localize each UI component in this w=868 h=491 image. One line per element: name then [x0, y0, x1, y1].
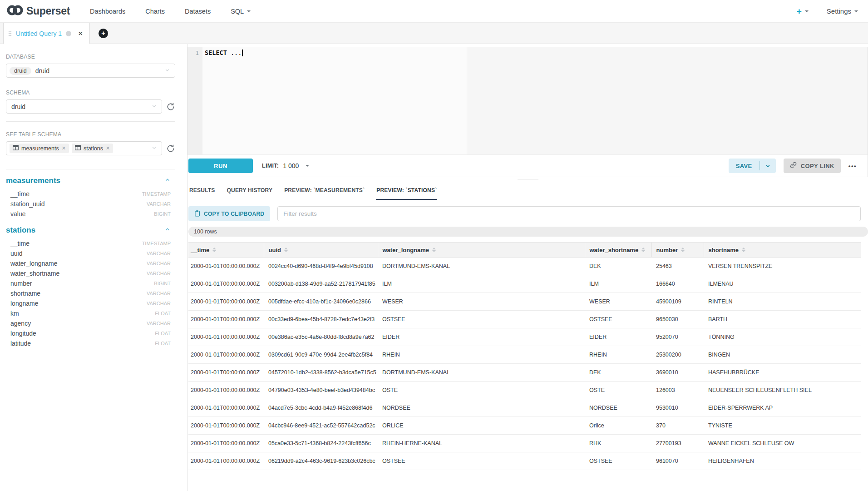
table-cell: 9530010 — [651, 399, 704, 417]
column-name: __time — [10, 240, 30, 247]
sort-icon[interactable] — [681, 248, 685, 252]
nav-item-sql[interactable]: SQL — [231, 8, 251, 15]
column-type: BIGINT — [154, 211, 171, 217]
chevron-up-icon[interactable] — [164, 226, 171, 234]
limit-label: LIMIT: — [262, 163, 279, 169]
drag-grip-icon[interactable] — [8, 31, 12, 36]
table-cell: 9650030 — [651, 311, 704, 328]
save-query-button[interactable]: SAVE — [729, 159, 776, 173]
results-tab-preview-measurements[interactable]: PREVIEW: `MEASUREMENTS` — [284, 184, 365, 200]
table-select[interactable]: measurements✕stations✕ — [6, 141, 162, 155]
sql-code-editor[interactable]: 1 SELECT ... — [187, 47, 868, 154]
table-cell: DEK — [585, 364, 651, 382]
new-item-menu[interactable]: + — [797, 7, 809, 15]
grid-header-label: number — [656, 247, 678, 253]
table-cell: 04790e03-4353-4e80-beef-b3ed439484bc — [264, 382, 378, 399]
sql-code-line[interactable]: SELECT ... — [202, 47, 868, 154]
results-tab-query-history[interactable]: QUERY HISTORY — [227, 184, 273, 200]
column-type: BIGINT — [154, 281, 171, 286]
table-cell: ILM — [378, 275, 585, 293]
grid-header-time[interactable]: __time — [188, 243, 264, 258]
grid-header-water-shortname[interactable]: water_shortname — [585, 243, 651, 258]
sql-editor-pane: 1 SELECT ... RUN LIMIT: 1 000 SAVE — [187, 44, 868, 491]
superset-sql-lab: Superset DashboardsChartsDatasetsSQL + S… — [0, 0, 868, 491]
table-cell: 2000-01-01T00:00:00.000Z — [188, 417, 264, 435]
table-cell: 45900109 — [651, 293, 704, 311]
sort-icon[interactable] — [742, 248, 745, 252]
text-cursor — [242, 50, 243, 56]
column-name: shortname — [10, 290, 40, 297]
table-tag-measurements[interactable]: measurements✕ — [10, 144, 69, 153]
save-options-chevron[interactable] — [760, 159, 776, 173]
nav-menu: DashboardsChartsDatasetsSQL — [90, 8, 251, 15]
copy-to-clipboard-button[interactable]: COPY TO CLIPBOARD — [188, 206, 270, 221]
table-cell: 370 — [651, 417, 704, 435]
table-cell: TÖNNING — [704, 328, 861, 346]
filter-results-input[interactable] — [277, 206, 861, 221]
database-value: druid — [35, 67, 49, 74]
table-schema-list: measurements__timeTIMESTAMPstation_uuidV… — [6, 176, 175, 348]
grid-header-water-longname[interactable]: water_longname — [378, 243, 585, 258]
schema-select[interactable]: druid — [6, 99, 162, 114]
table-cell: EIDER — [378, 328, 585, 346]
grid-header-label: uuid — [269, 247, 281, 253]
schema-table-header-measurements[interactable]: measurements — [6, 176, 175, 185]
refresh-schemas-button[interactable] — [166, 102, 175, 111]
grid-header-label: shortname — [709, 247, 739, 253]
limit-dropdown[interactable]: LIMIT: 1 000 — [262, 162, 309, 169]
schema-column-row: uuidVARCHAR — [6, 248, 175, 258]
table-cell: HASEHUBBRÜCKE — [704, 364, 861, 382]
more-actions-button[interactable]: ••• — [848, 163, 857, 169]
column-type: VARCHAR — [147, 291, 171, 296]
refresh-tables-button[interactable] — [166, 144, 175, 153]
nav-item-charts[interactable]: Charts — [145, 8, 165, 15]
grid-header-number[interactable]: number — [651, 243, 704, 258]
remove-table-icon[interactable]: ✕ — [62, 145, 66, 151]
table-cell: 05ca0e33-5c71-4368-b824-2243fcff656c — [264, 435, 378, 452]
column-type: VARCHAR — [147, 321, 171, 326]
sql-rest: ... — [231, 49, 242, 56]
table-cell: OSTSEE — [378, 452, 585, 470]
table-cell: OSTE — [585, 382, 651, 399]
sort-icon[interactable] — [641, 248, 645, 252]
table-icon — [75, 145, 81, 152]
superset-brand[interactable]: Superset — [6, 4, 70, 18]
settings-menu[interactable]: Settings — [827, 7, 858, 15]
remove-table-icon[interactable]: ✕ — [106, 145, 110, 151]
grid-header-shortname[interactable]: shortname — [704, 243, 861, 258]
table-cell: 2000-01-01T00:00:00.000Z — [188, 364, 264, 382]
table-tag-stations[interactable]: stations✕ — [72, 144, 113, 153]
table-row: 2000-01-01T00:00:00.000Z04cbc946-8ee9-45… — [188, 417, 861, 435]
nav-item-datasets[interactable]: Datasets — [185, 8, 211, 15]
results-tab-preview-stations[interactable]: PREVIEW: `STATIONS` — [376, 184, 437, 200]
database-select[interactable]: druid druid — [6, 64, 175, 78]
table-row: 2000-01-01T00:00:00.000Z00e386ac-e35c-4a… — [188, 328, 861, 346]
sort-icon[interactable] — [212, 248, 216, 252]
chevron-up-icon[interactable] — [164, 177, 171, 185]
database-label: DATABASE — [6, 54, 175, 60]
nav-item-dashboards[interactable]: Dashboards — [90, 8, 125, 15]
results-grid-container: __timeuuidwater_longnamewater_shortnamen… — [188, 242, 861, 470]
sort-icon[interactable] — [284, 248, 288, 252]
results-tab-results[interactable]: RESULTS — [189, 184, 216, 200]
close-tab-icon[interactable]: ✕ — [78, 30, 83, 37]
table-cell: 2000-01-01T00:00:00.000Z — [188, 346, 264, 364]
run-query-button[interactable]: RUN — [188, 159, 253, 173]
schema-column-row: __timeTIMESTAMP — [6, 189, 175, 199]
grid-header-uuid[interactable]: uuid — [264, 243, 378, 258]
schema-table-header-stations[interactable]: stations — [6, 226, 175, 235]
column-name: number — [10, 280, 32, 287]
pane-resize-handle[interactable] — [187, 177, 868, 183]
table-cell: 9520070 — [651, 328, 704, 346]
column-type: FLOAT — [155, 341, 171, 346]
add-query-tab-button[interactable]: + — [99, 29, 108, 38]
table-cell: OSTE — [378, 382, 585, 399]
sql-keyword: SELECT — [205, 49, 227, 56]
schema-label: SCHEMA — [6, 89, 175, 96]
brand-name: Superset — [26, 5, 70, 17]
copy-link-button[interactable]: COPY LINK — [784, 159, 841, 173]
sort-icon[interactable] — [432, 248, 436, 252]
query-tab-active[interactable]: Untitled Query 1 ✕ — [3, 23, 90, 44]
chevron-down-icon — [151, 103, 157, 111]
table-cell: BINGEN — [704, 346, 861, 364]
